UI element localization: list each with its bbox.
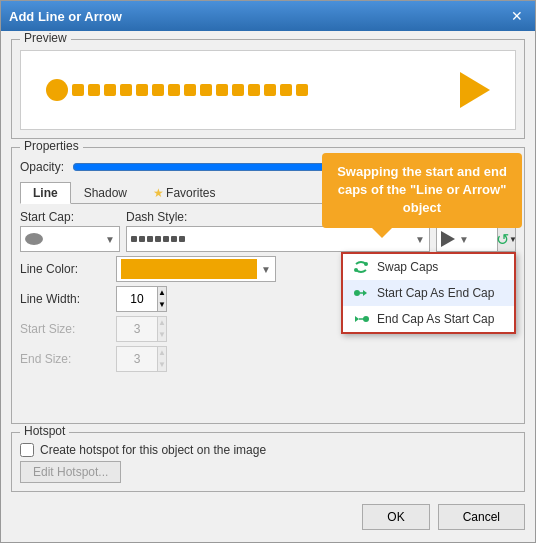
spin-down-button: ▼ [157,359,166,371]
hotspot-title: Hotspot [20,424,69,438]
end-cap-dropdown-menu: Swap Caps Start Cap As End Cap [341,252,516,334]
start-cap-label: Start Cap: [20,210,120,224]
spin-down-button[interactable]: ▼ [157,299,166,311]
svg-marker-3 [363,290,367,296]
start-size-input [117,317,157,341]
preview-dot [120,84,132,96]
tab-favorites-label: Favorites [166,186,215,200]
tab-favorites[interactable]: ★Favorites [140,182,228,203]
svg-point-0 [364,262,368,266]
preview-line [46,72,491,108]
properties-title: Properties [20,139,83,153]
start-cap-select[interactable]: ▼ [20,226,120,252]
line-color-label: Line Color: [20,262,110,276]
dialog-title: Add Line or Arrow [9,9,122,24]
tab-line[interactable]: Line [20,182,71,204]
preview-dot [296,84,308,96]
end-cap-dropdown-button[interactable]: ↺ ▼ [498,226,516,252]
end-cap-as-start-cap-label: End Cap As Start Cap [377,312,494,326]
hotspot-checkbox-label: Create hotspot for this object on the im… [40,443,266,457]
end-size-spinner: ▲ ▼ [116,346,167,372]
spin-buttons: ▲ ▼ [157,347,166,371]
start-size-spinner: ▲ ▼ [116,316,167,342]
preview-dot [264,84,276,96]
spin-up-button[interactable]: ▲ [157,287,166,299]
dropdown-arrow-icon: ▼ [509,235,517,244]
edit-hotspot-button: Edit Hotspot... [20,461,121,483]
svg-point-2 [354,290,360,296]
preview-dot [136,84,148,96]
hotspot-checkbox[interactable] [20,443,34,457]
color-preview [121,259,257,279]
preview-dot [72,84,84,96]
tab-line-label: Line [33,186,58,200]
end-cap-preview [441,231,455,247]
spin-up-button: ▲ [157,347,166,359]
preview-dot [248,84,260,96]
chevron-down-icon: ▼ [459,234,469,245]
preview-dot [104,84,116,96]
spin-up-button: ▲ [157,317,166,329]
tab-shadow-label: Shadow [84,186,127,200]
end-size-row: End Size: ▲ ▼ [20,346,516,372]
preview-group: Preview [11,39,525,139]
spin-down-button: ▼ [157,329,166,341]
chevron-down-icon: ▼ [415,234,425,245]
preview-title: Preview [20,31,71,45]
preview-end-cap [460,72,490,108]
ok-button[interactable]: OK [362,504,429,530]
preview-dot [216,84,228,96]
svg-marker-4 [355,316,359,322]
svg-point-1 [354,268,358,272]
swap-caps-label: Swap Caps [377,260,438,274]
line-width-input[interactable] [117,287,157,311]
preview-dot [280,84,292,96]
line-width-spinner[interactable]: ▲ ▼ [116,286,167,312]
opacity-label: Opacity: [20,160,64,174]
properties-group: Properties Swapping the start and end ca… [11,147,525,424]
preview-dot [184,84,196,96]
dialog-content: Preview [1,31,535,542]
start-cap-as-end-cap-item[interactable]: Start Cap As End Cap [343,280,514,306]
refresh-icon: ↺ [496,230,509,249]
cancel-button[interactable]: Cancel [438,504,525,530]
start-as-end-icon [353,285,369,301]
chevron-down-icon: ▼ [261,264,271,275]
preview-dots [68,84,461,96]
end-size-label: End Size: [20,352,110,366]
swap-icon [353,259,369,275]
line-width-label: Line Width: [20,292,110,306]
start-cap-as-end-cap-label: Start Cap As End Cap [377,286,494,300]
preview-start-cap [46,79,68,101]
end-cap-as-start-cap-item[interactable]: End Cap As Start Cap [343,306,514,332]
star-icon: ★ [153,186,164,200]
spin-buttons: ▲ ▼ [157,287,166,311]
end-size-input [117,347,157,371]
bottom-buttons: OK Cancel [11,500,525,534]
hotspot-checkbox-row: Create hotspot for this object on the im… [20,443,516,457]
tab-shadow[interactable]: Shadow [71,182,140,203]
start-cap-preview [25,233,43,245]
preview-dot [168,84,180,96]
line-color-select[interactable]: ▼ [116,256,276,282]
callout-text: Swapping the start and end caps of the "… [337,164,507,215]
callout-tooltip: Swapping the start and end caps of the "… [322,153,522,228]
start-size-label: Start Size: [20,322,110,336]
chevron-down-icon: ▼ [105,234,115,245]
preview-dot [232,84,244,96]
preview-area [20,50,516,130]
hotspot-group: Hotspot Create hotspot for this object o… [11,432,525,492]
end-cap-select[interactable]: ▼ [436,226,498,252]
end-as-start-icon [353,311,369,327]
preview-dot [152,84,164,96]
swap-caps-item[interactable]: Swap Caps [343,254,514,280]
preview-dot [200,84,212,96]
title-bar: Add Line or Arrow ✕ [1,1,535,31]
preview-dot [88,84,100,96]
dialog: Add Line or Arrow ✕ Preview [0,0,536,543]
spin-buttons: ▲ ▼ [157,317,166,341]
close-button[interactable]: ✕ [507,6,527,26]
dash-preview [131,236,411,242]
svg-point-5 [363,316,369,322]
